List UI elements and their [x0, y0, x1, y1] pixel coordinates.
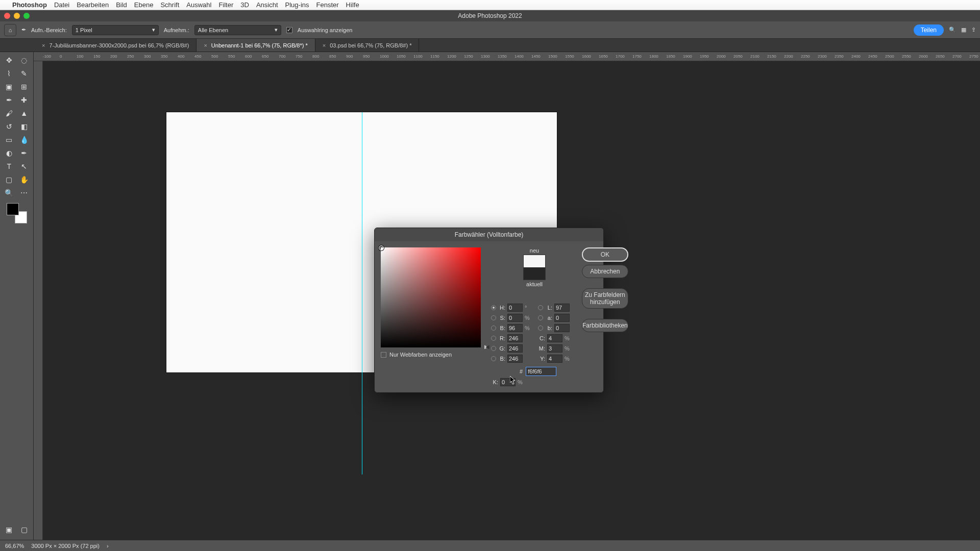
c-input[interactable] [547, 334, 562, 342]
macos-menubar: Photoshop Datei Bearbeiten Bild Ebene Sc… [0, 0, 980, 10]
r-radio[interactable] [491, 336, 496, 341]
h-radio[interactable] [491, 305, 496, 310]
ok-button[interactable]: OK [582, 247, 628, 262]
b-radio[interactable] [538, 325, 543, 331]
color-cursor[interactable] [379, 245, 384, 251]
menu-fenster[interactable]: Fenster [316, 1, 339, 9]
status-bar: 66,67% 3000 Px × 2000 Px (72 ppi) › [0, 540, 980, 551]
menu-ebene[interactable]: Ebene [134, 1, 154, 9]
shape-tool[interactable]: ▢ [2, 173, 16, 186]
aufn-bereich-label: Aufn.-Bereich: [31, 27, 67, 33]
menu-hilfe[interactable]: Hilfe [346, 1, 359, 9]
document-info[interactable]: 3000 Px × 2000 Px (72 ppi) [31, 543, 100, 549]
s-radio[interactable] [491, 315, 496, 320]
lasso-tool[interactable]: ⌇ [2, 67, 16, 80]
y-input[interactable] [547, 355, 562, 363]
quick-select-tool[interactable]: ✎ [17, 67, 32, 80]
app-name[interactable]: Photoshop [12, 1, 47, 9]
a-input[interactable] [554, 314, 570, 322]
add-to-swatches-button[interactable]: Zu Farbfeldern hinzufügen [582, 288, 628, 309]
bv-radio[interactable] [491, 325, 496, 331]
hex-input[interactable] [526, 367, 556, 376]
zoom-tool[interactable]: 🔍 [2, 187, 16, 199]
web-colors-label: Nur Webfarben anzeigen [389, 352, 452, 358]
color-libraries-button[interactable]: Farbbibliotheken [582, 319, 628, 332]
menu-ansicht[interactable]: Ansicht [256, 1, 278, 9]
close-tab-icon[interactable]: × [204, 42, 207, 48]
m-input[interactable] [547, 344, 562, 353]
b-input[interactable] [554, 324, 570, 332]
home-button[interactable]: ⌂ [4, 24, 16, 36]
share-button[interactable]: Teilen [914, 24, 944, 36]
fg-bg-colors[interactable] [7, 203, 27, 223]
workspace-icon[interactable]: ▦ [961, 27, 966, 33]
menu-bearbeiten[interactable]: Bearbeiten [77, 1, 109, 9]
document-tab[interactable]: ×Unbenannt-1 bei 66,7% (75, RGB/8*) * [197, 39, 315, 52]
vertical-ruler[interactable] [34, 61, 43, 540]
k-input[interactable] [500, 378, 516, 386]
maximize-window-button[interactable] [23, 13, 30, 19]
zoom-level[interactable]: 66,67% [5, 543, 24, 549]
quick-mask-tool[interactable]: ▣ [2, 523, 16, 536]
show-sampling-ring-label: Auswahlring anzeigen [298, 27, 353, 33]
close-tab-icon[interactable]: × [42, 42, 45, 48]
export-icon[interactable]: ⇪ [971, 27, 976, 33]
eraser-tool[interactable]: ◧ [17, 120, 32, 133]
menu-bild[interactable]: Bild [116, 1, 127, 9]
hand-tool[interactable]: ✋ [17, 173, 32, 186]
blur-tool[interactable]: 💧 [17, 134, 32, 146]
menu-schrift[interactable]: Schrift [160, 1, 179, 9]
s-input[interactable] [507, 314, 523, 322]
more-tools[interactable]: ⋯ [17, 187, 32, 199]
menu-filter[interactable]: Filter [218, 1, 233, 9]
pen-tool[interactable]: ✒ [17, 147, 32, 159]
eyedropper-tool[interactable]: ✒ [2, 94, 16, 106]
dodge-tool[interactable]: ◐ [2, 147, 16, 159]
frame-tool[interactable]: ⊞ [17, 81, 32, 93]
info-chevron-icon[interactable]: › [107, 543, 109, 549]
menu-auswahl[interactable]: Auswahl [186, 1, 211, 9]
dialog-title: Farbwähler (Volltonfarbe) [375, 228, 603, 241]
brush-tool[interactable]: 🖌 [2, 107, 16, 119]
l-input[interactable] [554, 304, 570, 312]
eyedropper-tool-icon[interactable]: ✒ [21, 27, 26, 33]
horizontal-ruler[interactable]: -100010015020025030035040045050055060065… [34, 52, 980, 61]
saturation-brightness-field[interactable] [381, 247, 481, 347]
menu-3d[interactable]: 3D [240, 1, 249, 9]
bb-radio[interactable] [491, 356, 496, 361]
h-input[interactable] [507, 304, 523, 312]
path-select-tool[interactable]: ↖ [17, 160, 32, 172]
history-brush-tool[interactable]: ↺ [2, 120, 16, 133]
document-tab[interactable]: ×03.psd bei 66,7% (75, RGB/8#) * [315, 39, 420, 52]
close-window-button[interactable] [4, 13, 10, 19]
web-colors-checkbox[interactable] [381, 352, 386, 358]
color-preview [523, 255, 546, 280]
l-radio[interactable] [538, 305, 543, 310]
vertical-guide[interactable] [362, 112, 362, 474]
close-tab-icon[interactable]: × [323, 42, 326, 48]
sample-layers-select[interactable]: Alle Ebenen▾ [194, 25, 281, 35]
g-radio[interactable] [491, 346, 496, 351]
menu-plugins[interactable]: Plug-ins [285, 1, 309, 9]
screen-mode-tool[interactable]: ▢ [17, 523, 32, 536]
minimize-window-button[interactable] [14, 13, 20, 19]
marquee-tool[interactable]: ◌ [17, 54, 32, 66]
crop-tool[interactable]: ▣ [2, 81, 16, 93]
menu-datei[interactable]: Datei [54, 1, 69, 9]
move-tool[interactable]: ✥ [2, 54, 16, 66]
bv-input[interactable] [507, 324, 523, 332]
aufnehm-label: Aufnehm.: [164, 27, 189, 33]
search-icon[interactable]: 🔍 [949, 27, 956, 33]
bb-input[interactable] [507, 355, 523, 363]
type-tool[interactable]: T [2, 160, 16, 172]
document-tab[interactable]: ×7-Jubiläumsbanner-3000x2000.psd bei 66,… [35, 39, 197, 52]
r-input[interactable] [507, 334, 523, 342]
sample-size-select[interactable]: 1 Pixel▾ [72, 25, 159, 35]
gradient-tool[interactable]: ▭ [2, 134, 16, 146]
healing-tool[interactable]: ✚ [17, 94, 32, 106]
stamp-tool[interactable]: ▲ [17, 107, 32, 119]
cancel-button[interactable]: Abbrechen [582, 265, 628, 278]
show-sampling-ring-checkbox[interactable]: ✓ [286, 27, 292, 33]
a-radio[interactable] [538, 315, 543, 320]
g-input[interactable] [507, 344, 523, 353]
